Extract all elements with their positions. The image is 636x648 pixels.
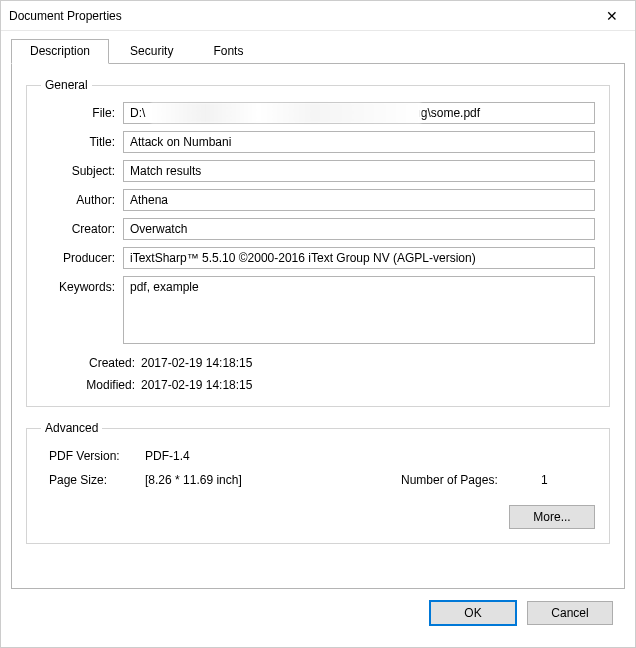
value-pdf-version: PDF-1.4 (145, 449, 401, 463)
group-general: General File: Title: Subject: Author: Cr… (26, 78, 610, 407)
cancel-button[interactable]: Cancel (527, 601, 613, 625)
tab-strip: Description Security Fonts (11, 39, 625, 64)
dates-grid: Created: 2017-02-19 14:18:15 Modified: 2… (41, 356, 595, 392)
group-advanced: Advanced PDF Version: PDF-1.4 Page Size:… (26, 421, 610, 544)
value-modified: 2017-02-19 14:18:15 (141, 378, 595, 392)
advanced-grid: PDF Version: PDF-1.4 Page Size: [8.26 * … (41, 445, 595, 491)
label-author: Author: (41, 193, 117, 207)
value-num-pages: 1 (541, 473, 591, 487)
label-num-pages: Number of Pages: (401, 473, 541, 487)
client-area: Description Security Fonts General File:… (1, 31, 635, 647)
title-field[interactable] (123, 131, 595, 153)
group-general-legend: General (41, 78, 92, 92)
dialog-footer: OK Cancel (11, 589, 625, 637)
author-field[interactable] (123, 189, 595, 211)
subject-field[interactable] (123, 160, 595, 182)
label-created: Created: (41, 356, 141, 370)
keywords-field[interactable] (123, 276, 595, 344)
tab-fonts[interactable]: Fonts (194, 39, 262, 64)
label-modified: Modified: (41, 378, 141, 392)
window-title: Document Properties (9, 9, 122, 23)
file-field-wrap (123, 102, 595, 124)
tab-description[interactable]: Description (11, 39, 109, 64)
file-field[interactable] (123, 102, 595, 124)
label-page-size: Page Size: (45, 473, 145, 487)
producer-field[interactable] (123, 247, 595, 269)
label-file: File: (41, 106, 117, 120)
label-pdf-version: PDF Version: (45, 449, 145, 463)
more-button[interactable]: More... (509, 505, 595, 529)
more-row: More... (41, 505, 595, 529)
label-title: Title: (41, 135, 117, 149)
close-button[interactable]: ✕ (589, 1, 635, 31)
close-icon: ✕ (606, 9, 618, 23)
label-creator: Creator: (41, 222, 117, 236)
title-bar: Document Properties ✕ (1, 1, 635, 31)
ok-button[interactable]: OK (429, 600, 517, 626)
creator-field[interactable] (123, 218, 595, 240)
tab-security[interactable]: Security (111, 39, 192, 64)
dialog-window: Document Properties ✕ Description Securi… (0, 0, 636, 648)
label-subject: Subject: (41, 164, 117, 178)
value-page-size: [8.26 * 11.69 inch] (145, 473, 401, 487)
general-grid: File: Title: Subject: Author: Creator: P… (41, 102, 595, 344)
label-producer: Producer: (41, 251, 117, 265)
label-keywords: Keywords: (41, 276, 117, 294)
tab-page-description: General File: Title: Subject: Author: Cr… (11, 63, 625, 589)
value-created: 2017-02-19 14:18:15 (141, 356, 595, 370)
group-advanced-legend: Advanced (41, 421, 102, 435)
